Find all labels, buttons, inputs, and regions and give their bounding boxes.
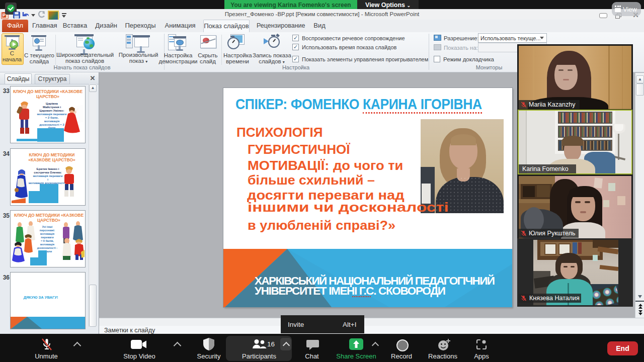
svg-text:мотивація переваги: мотивація переваги	[37, 113, 66, 116]
svg-text:КЛЮЧ ДО МЕТОДИКИ «КАЗКОВЕ: КЛЮЧ ДО МЕТОДИКИ «КАЗКОВЕ	[13, 89, 83, 94]
svg-text:ЦАРСТВО»: ЦАРСТВО»	[36, 94, 59, 99]
svg-text:і: і	[47, 178, 48, 181]
svg-text:Усі інші: Усі інші	[42, 225, 53, 228]
svg-text:досконалості -: досконалості -	[37, 246, 57, 249]
svg-text:переваги: переваги	[41, 236, 54, 239]
svg-text:Царевич Умілко:: Царевич Умілко:	[39, 109, 64, 112]
svg-text:персонажі:: персонажі:	[40, 229, 55, 232]
svg-text:КЛЮЧ ДО МЕТОДИКИ «КАЗКОВЕ: КЛЮЧ ДО МЕТОДИКИ «КАЗКОВЕ	[14, 213, 84, 218]
svg-text:сестричка Оленка:: сестричка Оленка:	[34, 171, 61, 174]
svg-text:мотивація: мотивація	[40, 232, 54, 235]
svg-text:«КАЗКОВЕ ЦАРСТВО»: «КАЗКОВЕ ЦАРСТВО»	[28, 157, 75, 162]
svg-text:Царівна: Царівна	[46, 102, 58, 105]
svg-text:УНІВЕРСИТЕТ ІМЕНІ Г.С. СКОВОРО: УНІВЕРСИТЕТ ІМЕНІ Г.С. СКОВОРОДИ	[255, 285, 446, 297]
svg-text:Братик Іванко і: Братик Іванко і	[37, 167, 59, 170]
svg-text:мотивація переваги: мотивація переваги	[33, 174, 62, 177]
svg-text:= 2 бали,: = 2 бали,	[45, 116, 59, 119]
svg-text:ДЯКУЮ ЗА УВАГУ!: ДЯКУЮ ЗА УВАГУ!	[24, 295, 58, 300]
svg-text:мотивація: мотивація	[44, 120, 60, 123]
svg-text:Майстриня і: Майстриня і	[43, 106, 61, 109]
svg-text:ЦАРСТВО»: ЦАРСТВО»	[37, 218, 60, 223]
svg-text:КЛЮЧ ДО МЕТОДИКИ: КЛЮЧ ДО МЕТОДИКИ	[29, 152, 75, 157]
svg-text:= 0 балів,: = 0 балів,	[41, 239, 54, 242]
svg-text:мотивація: мотивація	[40, 243, 54, 246]
